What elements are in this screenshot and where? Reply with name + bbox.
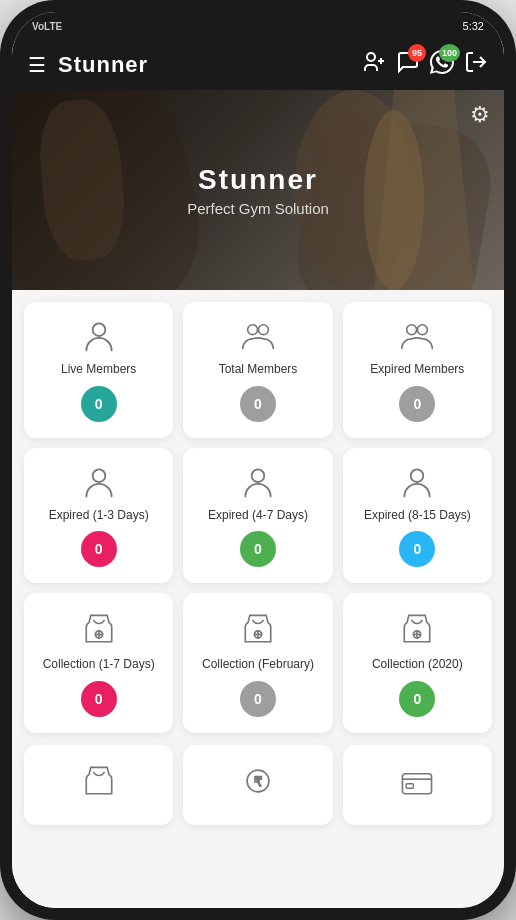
- status-carrier: VoLTE: [32, 21, 62, 32]
- hero-banner: Stunner Perfect Gym Solution ⚙: [12, 90, 504, 290]
- svg-point-4: [92, 323, 105, 336]
- bottom-icon-2: ₹: [238, 761, 278, 801]
- expired-members-card[interactable]: Expired Members 0: [343, 302, 492, 438]
- svg-point-5: [248, 325, 258, 335]
- total-members-label: Total Members: [219, 362, 298, 378]
- collection-feb-icon: [238, 609, 278, 649]
- expired-8-15-card[interactable]: Expired (8-15 Days) 0: [343, 448, 492, 584]
- phone-frame: VoLTE 5:32 ☰ Stunner: [0, 0, 516, 920]
- collection-1-7-card[interactable]: Collection (1-7 Days) 0: [24, 593, 173, 733]
- hero-subtitle: Perfect Gym Solution: [187, 200, 329, 217]
- bottom-icon-3: [397, 761, 437, 801]
- collection-2020-icon: [397, 609, 437, 649]
- collection-1-7-icon: [79, 609, 119, 649]
- logout-button[interactable]: [464, 50, 488, 80]
- live-members-value: 0: [81, 386, 117, 422]
- app-content[interactable]: ☰ Stunner: [12, 40, 504, 908]
- collection-feb-card[interactable]: Collection (February) 0: [183, 593, 332, 733]
- expired-8-15-icon: [399, 464, 435, 500]
- messages-button[interactable]: 95: [396, 50, 420, 80]
- whatsapp-button[interactable]: 100: [430, 50, 454, 80]
- bottom-card-1[interactable]: [24, 745, 173, 825]
- header-right: 95 100: [362, 50, 488, 80]
- bottom-card-2[interactable]: ₹: [183, 745, 332, 825]
- expired-1-3-value: 0: [81, 531, 117, 567]
- expired-4-7-value: 0: [240, 531, 276, 567]
- add-person-icon: [362, 50, 386, 74]
- svg-point-10: [252, 469, 265, 482]
- collection-1-7-label: Collection (1-7 Days): [43, 657, 155, 673]
- hero-overlay: Stunner Perfect Gym Solution: [12, 90, 504, 290]
- add-member-button[interactable]: [362, 50, 386, 80]
- expired-members-icon: [399, 318, 435, 354]
- total-members-value: 0: [240, 386, 276, 422]
- expired-8-15-label: Expired (8-15 Days): [364, 508, 471, 524]
- live-members-icon: [81, 318, 117, 354]
- header-left: ☰ Stunner: [28, 52, 148, 78]
- expired-members-label: Expired Members: [370, 362, 464, 378]
- expired-4-7-icon: [240, 464, 276, 500]
- messages-badge: 95: [408, 44, 426, 62]
- bottom-icon-1: [79, 761, 119, 801]
- collection-feb-value: 0: [240, 681, 276, 717]
- hero-title: Stunner: [198, 164, 318, 196]
- collection-2020-value: 0: [399, 681, 435, 717]
- whatsapp-badge: 100: [439, 44, 460, 62]
- svg-point-9: [92, 469, 105, 482]
- total-members-card[interactable]: Total Members 0: [183, 302, 332, 438]
- expired-1-3-card[interactable]: Expired (1-3 Days) 0: [24, 448, 173, 584]
- stats-grid: Live Members 0 Total Members 0: [12, 290, 504, 745]
- app-title: Stunner: [58, 52, 148, 78]
- bottom-card-3[interactable]: [343, 745, 492, 825]
- svg-point-8: [418, 325, 428, 335]
- expired-members-value: 0: [399, 386, 435, 422]
- svg-text:₹: ₹: [254, 773, 262, 788]
- expired-4-7-card[interactable]: Expired (4-7 Days) 0: [183, 448, 332, 584]
- expired-1-3-icon: [81, 464, 117, 500]
- expired-4-7-label: Expired (4-7 Days): [208, 508, 308, 524]
- status-time: 5:32: [463, 20, 484, 32]
- logout-icon: [464, 50, 488, 74]
- collection-feb-label: Collection (February): [202, 657, 314, 673]
- collection-2020-label: Collection (2020): [372, 657, 463, 673]
- live-members-label: Live Members: [61, 362, 136, 378]
- collection-2020-card[interactable]: Collection (2020) 0: [343, 593, 492, 733]
- phone-screen: VoLTE 5:32 ☰ Stunner: [12, 12, 504, 908]
- svg-point-7: [407, 325, 417, 335]
- svg-point-6: [258, 325, 268, 335]
- svg-point-11: [411, 469, 424, 482]
- live-members-card[interactable]: Live Members 0: [24, 302, 173, 438]
- app-header: ☰ Stunner: [12, 40, 504, 90]
- expired-1-3-label: Expired (1-3 Days): [49, 508, 149, 524]
- notch: [188, 12, 328, 38]
- svg-rect-24: [406, 784, 413, 789]
- svg-point-0: [367, 53, 375, 61]
- menu-icon[interactable]: ☰: [28, 53, 46, 77]
- expired-8-15-value: 0: [399, 531, 435, 567]
- collection-1-7-value: 0: [81, 681, 117, 717]
- bottom-stats-row: ₹: [12, 745, 504, 845]
- total-members-icon: [240, 318, 276, 354]
- settings-button[interactable]: ⚙: [470, 102, 490, 128]
